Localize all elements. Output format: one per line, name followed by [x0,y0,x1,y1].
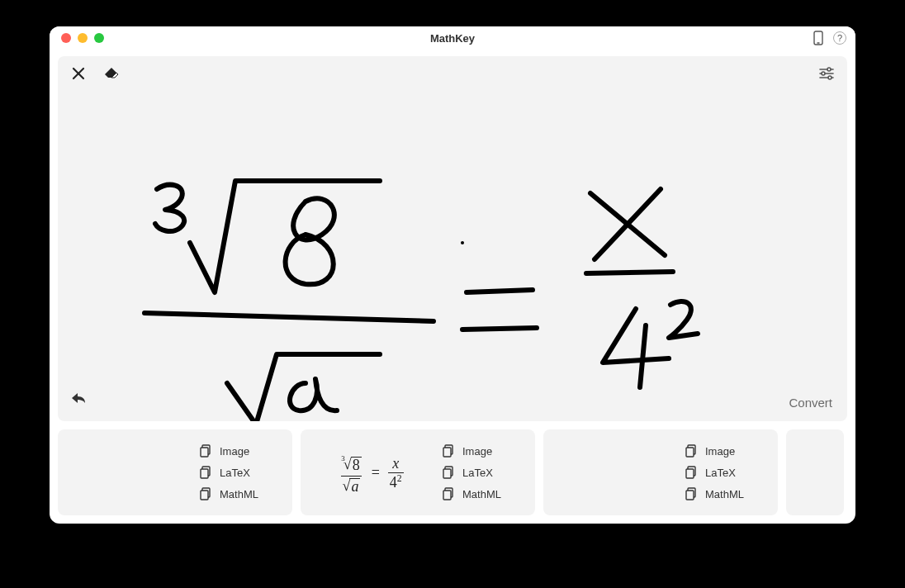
copy-mathml-button[interactable]: MathML [685,487,770,500]
copy-icon [685,487,699,500]
formula-den-radicand: a [349,478,360,496]
traffic-lights [50,33,104,43]
copy-mathml-label: MathML [705,488,744,500]
copy-latex-label: LaTeX [220,467,250,479]
minimize-window-button[interactable] [78,33,88,43]
help-icon: ? [833,31,846,45]
results-row: Image LaTeX MathML [58,429,847,515]
card-actions: Image LaTeX MathML [685,429,778,515]
copy-latex-label: LaTeX [705,467,736,479]
result-card: Image LaTeX MathML [543,429,778,515]
device-icon[interactable] [811,31,826,45]
app-window: MathKey ? [50,26,855,524]
copy-icon [685,466,699,479]
copy-image-button[interactable]: Image [200,444,284,458]
content-area: Convert Image LaTeX MathML [50,50,855,524]
formula-rhs-den-exp: 2 [397,473,402,484]
copy-latex-button[interactable]: LaTeX [685,466,770,479]
formula-rhs-num: x [391,456,400,472]
copy-icon [200,444,213,458]
result-card [786,429,844,515]
svg-rect-14 [201,469,208,478]
canvas-panel[interactable]: Convert [58,56,847,421]
copy-mathml-button[interactable]: MathML [200,487,284,500]
svg-rect-12 [201,448,208,457]
svg-rect-16 [201,491,208,500]
result-card: 3 √ 8 √ a [301,429,535,515]
titlebar-right: ? [811,31,847,45]
zoom-window-button[interactable] [94,33,104,43]
copy-latex-button[interactable]: LaTeX [200,466,284,479]
undo-button[interactable] [69,390,88,410]
copy-latex-button[interactable]: LaTeX [443,466,527,479]
copy-image-label: Image [220,445,249,458]
formula-preview [58,429,200,515]
formula-preview: 3 √ 8 √ a [301,429,443,515]
close-window-button[interactable] [61,33,71,43]
help-button[interactable]: ? [832,31,847,45]
formula-rhs-den-base: 4 [390,474,397,491]
copy-image-button[interactable]: Image [685,444,770,458]
rendered-formula: 3 √ 8 √ a [339,450,403,496]
svg-rect-18 [443,448,451,457]
copy-image-label: Image [462,445,492,458]
copy-icon [685,444,699,458]
handwriting-canvas[interactable] [58,56,847,421]
copy-latex-label: LaTeX [462,467,493,479]
formula-num-radicand: 8 [351,457,362,474]
card-actions: Image LaTeX MathML [443,429,535,515]
formula-equals: = [372,464,380,481]
copy-icon [443,466,456,479]
copy-icon [200,466,213,479]
copy-image-button[interactable]: Image [443,444,527,458]
titlebar: MathKey ? [50,26,855,50]
window-title: MathKey [50,32,855,45]
result-card: Image LaTeX MathML [58,429,292,515]
copy-image-label: Image [705,445,735,458]
copy-icon [443,444,456,458]
svg-rect-20 [443,469,451,478]
svg-rect-28 [686,491,694,500]
svg-rect-22 [443,491,451,500]
formula-root-degree: 3 [341,455,345,462]
copy-mathml-button[interactable]: MathML [443,487,527,500]
formula-preview [543,429,685,515]
svg-rect-24 [686,448,694,457]
card-actions: Image LaTeX MathML [200,429,292,515]
convert-button[interactable]: Convert [789,396,832,410]
svg-rect-26 [686,469,694,478]
svg-point-10 [461,241,464,244]
copy-icon [200,487,213,500]
copy-icon [443,487,456,500]
copy-mathml-label: MathML [462,488,501,500]
copy-mathml-label: MathML [220,488,258,500]
